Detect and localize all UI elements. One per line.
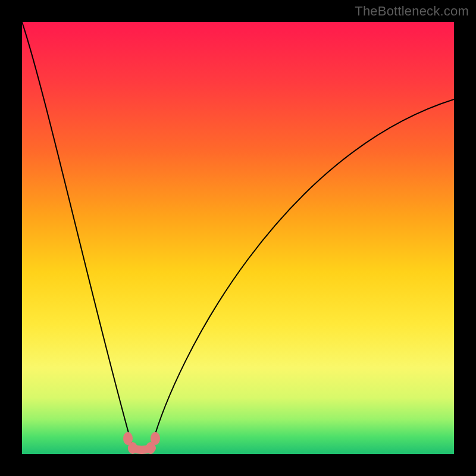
curve-left-branch [22,22,132,446]
chart-svg [22,22,454,454]
curve-right-branch [152,99,454,446]
marker-left-lower [128,442,137,454]
plot-area [22,22,454,454]
marker-right-upper [151,432,160,445]
attribution-text: TheBottleneck.com [355,4,469,19]
chart-frame: TheBottleneck.com [0,0,476,476]
